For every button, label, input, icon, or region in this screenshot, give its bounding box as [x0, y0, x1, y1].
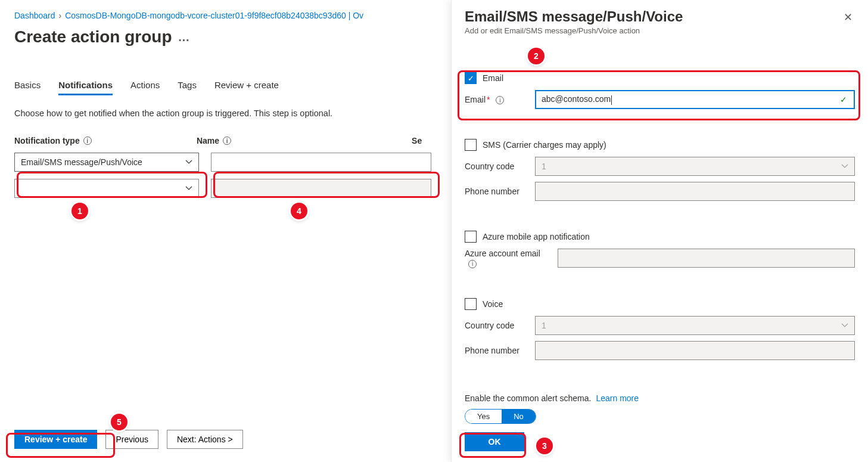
panel-title: Email/SMS message/Push/Voice: [465, 8, 683, 25]
azure-email-input: [558, 249, 855, 268]
step-badge-5: 5: [111, 414, 127, 430]
column-selected: Se: [412, 136, 434, 145]
tab-review[interactable]: Review + create: [214, 76, 279, 95]
step-badge-1: 1: [71, 203, 88, 219]
notification-type-select-empty[interactable]: [14, 179, 199, 198]
sms-country-label: Country code: [465, 162, 531, 171]
notification-name-input[interactable]: [211, 153, 431, 172]
breadcrumb-dashboard[interactable]: Dashboard: [14, 11, 55, 20]
schema-toggle-no[interactable]: No: [502, 410, 536, 423]
footer-buttons: Review + create Previous Next: Actions >: [14, 430, 243, 449]
previous-button[interactable]: Previous: [105, 430, 158, 449]
tab-actions[interactable]: Actions: [130, 76, 160, 95]
email-checkbox-label: Email: [483, 73, 503, 83]
info-icon[interactable]: i: [496, 96, 504, 104]
voice-checkbox-label: Voice: [483, 299, 503, 309]
tab-basics[interactable]: Basics: [14, 76, 41, 95]
breadcrumb-separator: ›: [59, 11, 62, 20]
email-input-value: abc@contoso.com: [542, 94, 611, 104]
info-icon[interactable]: i: [223, 137, 231, 145]
voice-country-select: 1: [535, 316, 855, 335]
close-icon[interactable]: ✕: [841, 8, 855, 26]
email-field-label: Email* i: [465, 95, 531, 105]
tab-description: Choose how to get notified when the acti…: [14, 108, 434, 118]
sms-country-value: 1: [542, 162, 546, 171]
ok-button[interactable]: OK: [465, 432, 524, 451]
page-title: Create action group …: [14, 27, 434, 46]
alert-schema-text: Enable the common alert schema.: [465, 393, 591, 403]
notification-type-select[interactable]: Email/SMS message/Push/Voice: [14, 153, 199, 172]
notification-type-value: Email/SMS message/Push/Voice: [21, 157, 142, 167]
tab-tags[interactable]: Tags: [178, 76, 197, 95]
notification-name-input-disabled: [211, 179, 431, 198]
page-title-text: Create action group: [14, 27, 172, 46]
chevron-down-icon: [185, 185, 192, 192]
chevron-down-icon: [841, 163, 848, 170]
azure-email-label: Azure account email i: [465, 249, 554, 268]
alert-schema-row: Enable the common alert schema. Learn mo…: [465, 393, 855, 403]
notification-row-1: Email/SMS message/Push/Voice: [14, 153, 434, 172]
breadcrumb: Dashboard › CosmosDB-MongoDB-mongodb-vco…: [14, 11, 434, 20]
chevron-down-icon: [185, 159, 192, 166]
voice-phone-label: Phone number: [465, 346, 531, 355]
name-label: Name: [197, 136, 219, 145]
sms-phone-input: [535, 182, 855, 201]
se-label: Se: [412, 136, 422, 145]
review-create-button[interactable]: Review + create: [14, 430, 97, 449]
learn-more-link[interactable]: Learn more: [596, 393, 639, 403]
more-icon[interactable]: …: [178, 30, 190, 44]
tabs: Basics Notifications Actions Tags Review…: [14, 76, 434, 95]
azure-app-checkbox-label: Azure mobile app notification: [483, 232, 590, 241]
tab-notifications[interactable]: Notifications: [58, 76, 113, 95]
notification-row-2: [14, 179, 434, 198]
panel-subtitle: Add or edit Email/SMS message/Push/Voice…: [465, 26, 683, 35]
email-checkbox[interactable]: [465, 72, 477, 84]
voice-phone-input: [535, 341, 855, 360]
voice-country-label: Country code: [465, 321, 531, 330]
column-notification-type: Notification type i: [14, 136, 185, 145]
step-badge-3: 3: [536, 438, 553, 454]
info-icon[interactable]: i: [83, 137, 92, 145]
voice-checkbox[interactable]: [465, 298, 477, 310]
notification-type-label: Notification type: [14, 136, 80, 145]
column-name: Name i: [197, 136, 400, 145]
voice-country-value: 1: [542, 321, 546, 330]
email-input[interactable]: abc@contoso.com ✓: [535, 90, 855, 109]
next-actions-button[interactable]: Next: Actions >: [167, 430, 243, 449]
step-badge-4: 4: [291, 203, 307, 219]
panel-email-sms-push-voice: Email/SMS message/Push/Voice Add or edit…: [451, 0, 868, 462]
schema-toggle[interactable]: Yes No: [465, 409, 536, 424]
sms-checkbox[interactable]: [465, 139, 477, 151]
sms-checkbox-label: SMS (Carrier charges may apply): [483, 140, 606, 150]
step-badge-2: 2: [528, 48, 545, 64]
info-icon[interactable]: i: [468, 260, 477, 268]
chevron-down-icon: [841, 322, 848, 329]
breadcrumb-resource[interactable]: CosmosDB-MongoDB-mongodb-vcore-cluster01…: [65, 11, 363, 20]
sms-country-select: 1: [535, 157, 855, 176]
azure-app-checkbox[interactable]: [465, 231, 477, 243]
check-icon: ✓: [840, 95, 847, 104]
schema-toggle-yes[interactable]: Yes: [465, 410, 502, 423]
sms-phone-label: Phone number: [465, 187, 531, 196]
